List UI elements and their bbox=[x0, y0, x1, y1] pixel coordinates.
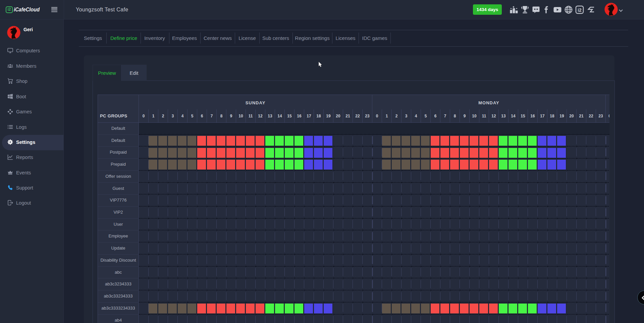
svg-text:i2: i2 bbox=[578, 7, 582, 13]
